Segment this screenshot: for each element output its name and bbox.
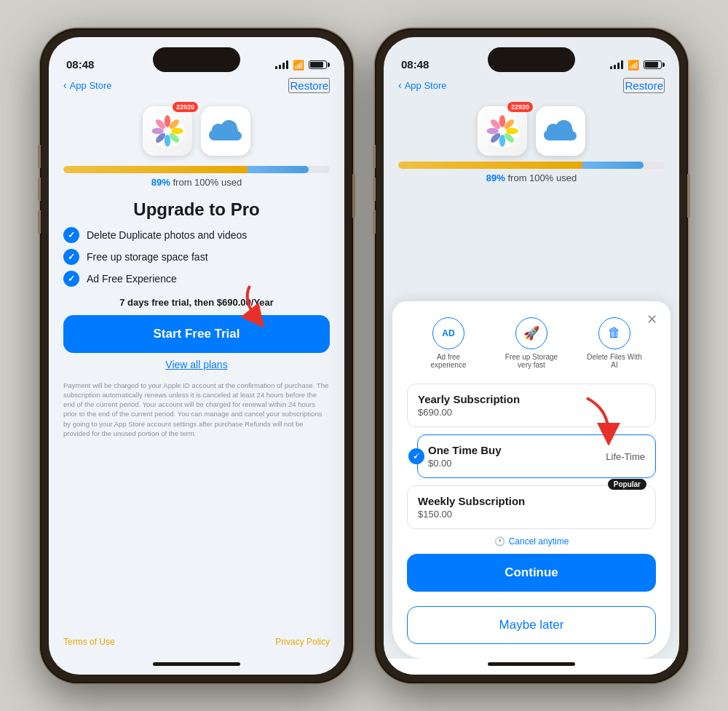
progress-section-left: 89% from 100% used [63,166,330,188]
photos-app-icon-right [478,106,527,156]
icloud-icon-wrapper-right [536,106,585,156]
modal-close-button[interactable]: ✕ [646,311,657,327]
progress-percent-right: 89% [486,172,505,183]
svg-point-5 [165,135,170,147]
back-chevron-icon-right: ‹ [398,79,402,91]
check-circle-1: ✓ [63,227,79,243]
back-label-right: App Store [405,80,447,91]
legal-text: Payment will be charged to your Apple ID… [63,381,330,439]
badge-left: 22920 [173,102,198,112]
restore-button-right[interactable]: Restore [623,78,665,93]
progress-section-right: 89% from 100% used [398,162,665,183]
icloud-app-icon [201,106,250,156]
phone-screen-left: 08:48 📶 ‹ App Store Restore [49,37,344,675]
photos-icon-wrapper-right: 22920 [478,106,527,156]
cta-wrapper: Start Free Trial [63,315,330,353]
modal-sheet: ✕ AD Ad free experience 🚀 Free up Storag… [392,301,670,659]
progress-text-left: 89% from 100% used [63,177,330,188]
upgrade-title: Upgrade to Pro [63,199,330,220]
status-icons-right: 📶 [610,60,662,71]
back-chevron-icon: ‹ [63,79,67,91]
back-link-left[interactable]: ‹ App Store [63,79,112,91]
storage-label: Free up Storage very fast [502,353,561,369]
cancel-anytime: 🕐 Cancel anytime [407,536,656,547]
restore-button-left[interactable]: Restore [288,78,330,93]
view-all-plans[interactable]: View all plans [63,359,330,370]
trial-text: 7 days free trial, then $690.00/Year [63,297,330,308]
check-circle-3: ✓ [63,271,79,287]
feature-item-1: ✓ Delete Duplicate photos and videos [63,227,330,243]
ad-free-label: Ad free experience [419,353,478,369]
wifi-icon: 📶 [293,60,304,71]
phone-screen-right: 08:48 📶 ‹ App Store Restore [384,37,679,675]
progress-label-left: from 100% used [173,177,242,188]
status-icons-left: 📶 [275,60,327,71]
weekly-subscription-option[interactable]: Popular Weekly Subscription $150.00 [407,485,656,529]
ad-free-icon: AD [432,317,464,349]
storage-icon: 🚀 [515,317,547,349]
svg-point-15 [499,135,505,147]
svg-point-3 [171,127,183,133]
feature-text-1: Delete Duplicate photos and videos [87,229,247,241]
feature-text-3: Ad Free Experience [87,273,177,285]
feature-list: ✓ Delete Duplicate photos and videos ✓ F… [63,227,330,287]
home-indicator-left [49,659,344,675]
svg-point-1 [165,115,170,127]
popular-tag: Popular [608,479,646,490]
feature-icon-ad: AD Ad free experience [419,317,478,369]
feature-icon-delete: 🗑 Delete Files With AI [585,317,644,369]
back-label-left: App Store [70,80,112,91]
cancel-anytime-text: Cancel anytime [509,536,569,547]
dynamic-island-right [488,47,575,72]
signal-icon-right [610,60,623,69]
wifi-icon-right: 📶 [628,60,639,71]
terms-link[interactable]: Terms of Use [63,637,115,647]
app-icons-row-right: 22920 [398,106,665,156]
app-store-header-left: ‹ App Store Restore [49,75,344,99]
battery-icon-right [644,60,662,69]
home-indicator-right [384,659,679,675]
status-time-left: 08:48 [66,58,94,71]
weekly-price: $150.00 [418,509,645,520]
footer-links-left: Terms of Use Privacy Policy [49,631,344,659]
right-phone: 08:48 📶 ‹ App Store Restore [375,28,688,683]
progress-percent-left: 89% [151,177,170,188]
red-arrow-right [569,387,627,445]
svg-point-13 [506,127,518,133]
maybe-later-button[interactable]: Maybe later [407,606,656,644]
feature-text-2: Free up storage space fast [87,251,208,263]
status-time-right: 08:48 [401,58,429,71]
photos-app-icon [143,106,192,156]
photos-app-icon-wrapper: 22920 [143,106,192,156]
continue-button[interactable]: Continue [407,554,656,592]
weekly-title: Weekly Subscription [418,495,645,507]
progress-bar-bg [63,166,330,173]
app-store-header-right: ‹ App Store Restore [384,75,679,99]
back-link-right[interactable]: ‹ App Store [398,79,447,91]
clock-icon: 🕐 [494,536,505,547]
svg-point-17 [486,127,499,133]
icloud-app-icon-right [536,106,585,156]
dynamic-island-left [153,47,240,72]
feature-item-3: ✓ Ad Free Experience [63,271,330,287]
privacy-link[interactable]: Privacy Policy [275,637,330,647]
start-trial-button[interactable]: Start Free Trial [63,315,330,353]
svg-point-7 [151,127,164,133]
svg-point-11 [499,115,505,127]
battery-icon [309,60,327,69]
delete-ai-label: Delete Files With AI [585,353,644,369]
bg-content-right: 22920 89% from 100% used [384,99,679,186]
app-icons-row-left: 22920 [63,106,330,156]
check-circle-2: ✓ [63,249,79,265]
feature-item-2: ✓ Free up storage space fast [63,249,330,265]
signal-icon [275,60,288,69]
icloud-app-icon-wrapper [201,106,250,156]
delete-ai-icon: 🗑 [598,317,630,349]
left-phone: 08:48 📶 ‹ App Store Restore [40,28,353,683]
badge-right: 22920 [507,102,533,112]
progress-label-right: from 100% used [507,172,577,183]
onetime-wrapper: ✓ One Time Buy $0.00 Life-Time [417,434,656,478]
red-arrow-left [235,279,286,330]
progress-bar-fill [63,166,309,173]
onetime-right: Life-Time [606,450,645,461]
